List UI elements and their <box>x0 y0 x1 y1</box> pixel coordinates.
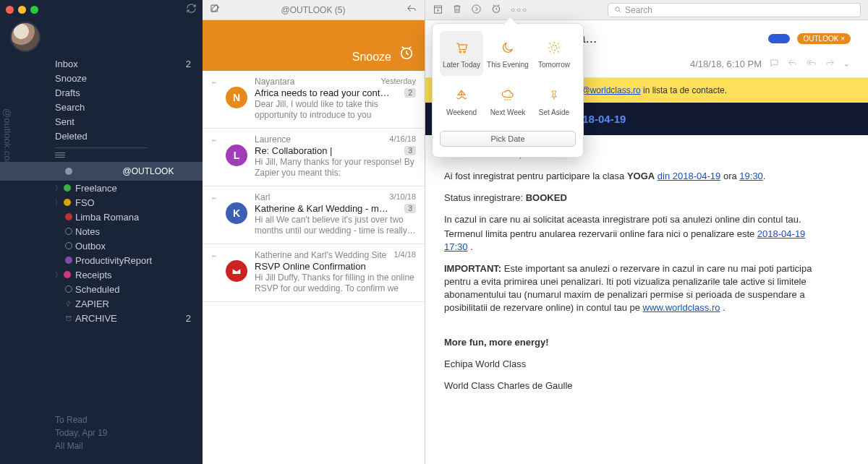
thread-item[interactable]: ←KKarl3/10/18Katherine & Karl Wedding - … <box>203 186 425 244</box>
link-date1[interactable]: din 2018-04-19 <box>658 171 720 181</box>
thread-subject: RSVP Online Confirmation <box>255 261 366 272</box>
reply-icon[interactable] <box>406 4 417 17</box>
folder-productivityreport[interactable]: ProductivityReport <box>0 253 203 267</box>
move-icon[interactable] <box>471 4 482 17</box>
svg-point-7 <box>616 7 620 12</box>
email-date: 4/18/18, 6:10 PM <box>690 59 762 69</box>
forward-icon[interactable] <box>825 58 835 70</box>
mid-title: @OUTLOOK (5) <box>231 5 396 15</box>
folder-receipts[interactable]: 〉Receipts <box>0 267 203 282</box>
more-icon[interactable]: ○○○ <box>511 6 528 14</box>
color-dot <box>65 285 72 293</box>
folder-label: ARCHIVE <box>75 313 117 324</box>
snooze-set-aside[interactable]: Set Aside <box>532 79 576 124</box>
thread-count: 3 <box>404 204 416 213</box>
snooze-next-week[interactable]: Next Week <box>486 79 529 124</box>
folder-freelance[interactable]: 〉Freelance <box>0 181 203 195</box>
snooze-popover: Later Today This Evening Tomorrow Weeken… <box>432 23 584 158</box>
reply-all-icon[interactable] <box>805 58 817 70</box>
color-dot <box>64 184 71 192</box>
svg-point-10 <box>551 45 556 50</box>
pick-date-button[interactable]: Pick Date <box>440 131 576 147</box>
folder-scheduled[interactable]: Scheduled <box>0 282 203 296</box>
chevron-down-icon[interactable]: ⌄ <box>843 58 851 70</box>
account-row[interactable]: @OUTLOOK <box>0 162 203 181</box>
color-dot <box>65 213 72 220</box>
folder-fso[interactable]: 〉FSO <box>0 195 203 210</box>
thread-list-pane: @OUTLOOK (5) Snooze ←NNayantaraYesterday… <box>203 0 425 464</box>
nav-snooze[interactable]: Snooze <box>0 71 203 85</box>
thread-list: ←NNayantaraYesterdayAfrica needs to read… <box>203 71 425 464</box>
nav-inbox[interactable]: Inbox2 <box>0 56 203 71</box>
thread-avatar <box>226 260 247 282</box>
thread-item[interactable]: ←Katherine and Karl's Wedding Site1/4/18… <box>203 244 425 302</box>
traffic-lights[interactable] <box>6 6 38 14</box>
snooze-tomorrow[interactable]: Tomorrow <box>532 31 576 76</box>
sidebar: @outlook.com Inbox2 Snooze Drafts Search… <box>0 0 203 464</box>
svg-rect-1 <box>67 317 71 320</box>
bubble-icon[interactable] <box>769 58 780 70</box>
thread-date: Yesterday <box>380 77 416 87</box>
boat-icon <box>454 87 469 104</box>
folder-label: ProductivityReport <box>75 255 152 266</box>
snooze-icon[interactable] <box>490 3 502 17</box>
color-tag[interactable] <box>768 34 790 43</box>
color-dot <box>65 228 72 235</box>
thread-avatar: K <box>226 202 247 224</box>
thread-preview: Hi all We can't believe it's just over t… <box>255 215 416 236</box>
thread-from: Nayantara <box>255 77 294 87</box>
account-badge[interactable]: OUTLOOK × <box>797 33 851 44</box>
thread-item[interactable]: ←NNayantaraYesterdayAfrica needs to read… <box>203 71 425 129</box>
thread-subject: Re: Collaboration | <box>255 145 332 156</box>
folder-outbox[interactable]: Outbox <box>0 239 203 253</box>
arrow-icon: ← <box>210 136 218 144</box>
arrow-icon: ← <box>210 194 218 202</box>
thread-from: Laurence <box>255 134 291 145</box>
reply-icon[interactable] <box>787 58 798 70</box>
nav-sent[interactable]: Sent <box>0 114 203 129</box>
compose-icon[interactable] <box>210 3 221 17</box>
archive-icon <box>65 314 72 322</box>
snooze-this-evening[interactable]: This Evening <box>486 31 529 76</box>
folder-archive[interactable]: ARCHIVE2 <box>0 311 203 325</box>
thread-avatar: L <box>226 145 247 166</box>
bolt-icon <box>65 300 72 307</box>
thread-item[interactable]: ←LLaurence4/16/18Re: Collaboration |3Hi … <box>203 129 425 186</box>
trash-icon[interactable] <box>452 4 462 17</box>
avatar[interactable] <box>10 22 41 52</box>
svg-point-9 <box>464 51 466 53</box>
folder-list: 〉Freelance〉FSOLimba RomanaNotesOutboxPro… <box>0 181 203 325</box>
arrow-icon: ← <box>210 252 218 259</box>
sync-icon[interactable] <box>186 3 197 16</box>
nav-deleted[interactable]: Deleted <box>0 129 203 143</box>
folder-count: 2 <box>186 313 191 324</box>
snooze-weekend[interactable]: Weekend <box>440 79 483 124</box>
folder-notes[interactable]: Notes <box>0 224 203 239</box>
nav-search[interactable]: Search <box>0 100 203 114</box>
chevron-right-icon: 〉 <box>55 184 61 193</box>
color-dot <box>65 257 72 264</box>
snooze-later-today[interactable]: Later Today <box>440 31 483 76</box>
thread-date: 1/4/18 <box>393 250 416 260</box>
hamburger-icon[interactable] <box>0 151 203 162</box>
archive-icon[interactable] <box>433 4 443 17</box>
color-dot <box>65 242 72 249</box>
thread-date: 4/16/18 <box>389 134 416 145</box>
thread-from: Katherine and Karl's Wedding Site <box>255 250 386 260</box>
chevron-right-icon: 〉 <box>55 270 61 280</box>
moon-icon <box>501 39 515 56</box>
search-input[interactable]: Search <box>608 3 861 17</box>
folder-limba romana[interactable]: Limba Romana <box>0 210 203 224</box>
mid-toolbar: @OUTLOOK (5) <box>203 0 425 20</box>
nav-drafts[interactable]: Drafts <box>0 85 203 100</box>
folder-label: Notes <box>75 226 100 237</box>
link-time1[interactable]: 19:30 <box>739 171 763 181</box>
folder-zapier[interactable]: ZAPIER <box>0 296 203 311</box>
cart-icon <box>453 39 470 56</box>
svg-point-8 <box>459 51 461 53</box>
link-site[interactable]: www.worldclass.ro <box>643 302 720 313</box>
thread-count: 2 <box>404 88 416 98</box>
thread-date: 3/10/18 <box>389 192 416 202</box>
folder-label: Scheduled <box>75 284 119 295</box>
thread-preview: Hi Jill Duffy, Thanks for filling in the… <box>255 272 416 294</box>
